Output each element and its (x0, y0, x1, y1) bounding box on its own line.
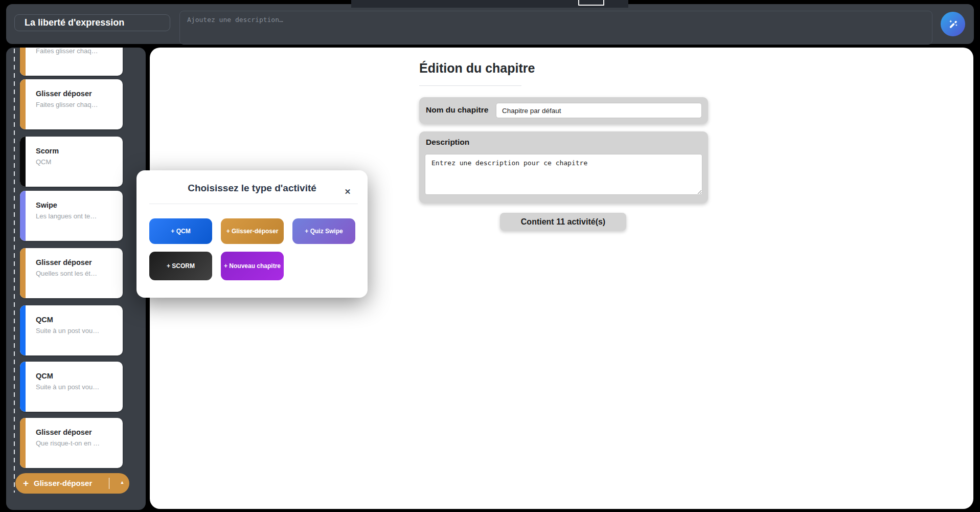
add-glisser-deposer-button[interactable]: + Glisser-déposer (221, 218, 284, 244)
activity-card-subtitle: Quelles sont les ét… (36, 270, 97, 277)
top-header-bar (6, 4, 974, 44)
activity-count-badge: Contient 11 activité(s) (500, 213, 626, 231)
chapter-description-label: Description (426, 138, 469, 147)
activity-color-stripe (20, 48, 26, 76)
activity-card-title: Glisser déposer (36, 258, 92, 266)
activity-card-subtitle: Suite à un post vou… (36, 383, 99, 391)
add-button-label: Glisser-déposer (34, 479, 92, 487)
activity-color-stripe (20, 191, 26, 241)
activity-card-qcm-2[interactable]: QCMSuite à un post vou… (20, 362, 123, 412)
add-quiz-swipe-button[interactable]: + Quiz Swipe (292, 218, 355, 244)
plus-icon: + (23, 477, 29, 489)
course-title-input[interactable] (14, 14, 170, 31)
heading-underline (419, 85, 521, 86)
chapter-name-group: Nom du chapitre (419, 97, 708, 124)
activity-card-glisser-deposer-3[interactable]: Glisser déposerQuelles sont les ét… (20, 248, 123, 298)
activity-card-glisser-deposer-1[interactable]: Glisser déposerFaites glisser chaq… (20, 48, 123, 76)
activity-card-subtitle: Faites glisser chaq… (36, 48, 98, 55)
magic-wand-button[interactable] (941, 12, 965, 36)
activity-card-title: Glisser déposer (36, 90, 92, 98)
top-overlay-box (578, 0, 604, 6)
activity-card-title: Glisser déposer (36, 428, 92, 436)
activity-sidebar: Glisser déposerFaites glisser chaq…Gliss… (6, 48, 146, 510)
activity-card-subtitle: Suite à un post vou… (36, 327, 99, 335)
close-icon[interactable]: ✕ (341, 185, 354, 198)
timeline-dashed-line (14, 49, 15, 493)
chapter-name-label: Nom du chapitre (426, 105, 488, 115)
activity-card-title: QCM (36, 372, 53, 380)
button-divider (109, 478, 109, 489)
chapter-description-group: Description Entrez une description pour … (419, 131, 708, 203)
activity-color-stripe (20, 418, 26, 468)
activity-card-swipe[interactable]: SwipeLes langues ont te… (20, 191, 123, 241)
activity-card-subtitle: QCM (36, 158, 51, 166)
add-glisser-deposer-split-button[interactable]: + Glisser-déposer ▲ (15, 473, 129, 494)
add-scorm-button[interactable]: + SCORM (149, 252, 212, 280)
chapter-description-textarea[interactable]: Entrez une description pour ce chapitre (425, 154, 702, 195)
modal-title: Choisissez le type d'activité (136, 183, 368, 194)
magic-wand-icon (947, 18, 959, 30)
top-overlay-bar (351, 0, 628, 8)
activity-card-glisser-deposer-2[interactable]: Glisser déposerFaites glisser chaq… (20, 79, 123, 129)
choose-activity-type-modal: Choisissez le type d'activité ✕ + QCM+ G… (136, 170, 368, 298)
chapter-name-input[interactable] (496, 103, 702, 118)
activity-color-stripe (20, 79, 26, 129)
activity-color-stripe (20, 305, 26, 355)
page-title: Édition du chapitre (419, 61, 535, 76)
activity-color-stripe (20, 362, 26, 412)
modal-divider (149, 204, 358, 204)
activity-card-qcm-1[interactable]: QCMSuite à un post vou… (20, 305, 123, 355)
activity-card-title: Scorm (36, 147, 59, 155)
activity-card-subtitle: Faites glisser chaq… (36, 101, 98, 108)
add-qcm-button[interactable]: + QCM (149, 218, 212, 244)
add-nouveau-chapitre-button[interactable]: + Nouveau chapitre (221, 252, 284, 280)
activity-card-title: QCM (36, 316, 53, 324)
activity-card-subtitle: Que risque-t-on en … (36, 439, 100, 447)
activity-card-scorm[interactable]: ScormQCM (20, 137, 123, 187)
activity-color-stripe (20, 137, 26, 187)
activity-card-glisser-deposer-4[interactable]: Glisser déposerQue risque-t-on en … (20, 418, 123, 468)
course-description-input[interactable] (179, 11, 932, 44)
activity-card-title: Swipe (36, 201, 57, 209)
chevron-up-icon[interactable]: ▲ (115, 480, 129, 485)
activity-color-stripe (20, 248, 26, 298)
activity-card-subtitle: Les langues ont te… (36, 212, 97, 220)
